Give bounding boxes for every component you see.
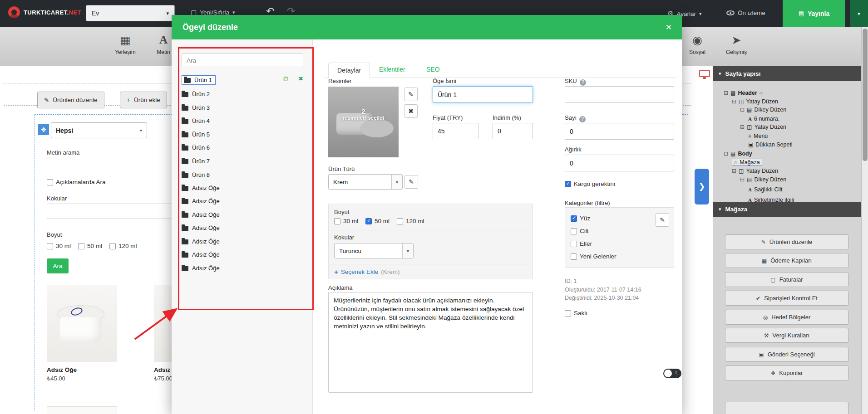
checkbox-icon[interactable] (397, 218, 403, 224)
collapse-icon[interactable]: ⊟ (732, 168, 736, 174)
list-item[interactable]: Ürün 8 (182, 169, 210, 180)
drag-handle[interactable]: ✥ (38, 124, 49, 135)
list-item[interactable]: Ürün 5 (182, 129, 210, 140)
list-item[interactable]: Ürün 3 (182, 102, 210, 113)
collapse-icon[interactable]: ⊟ (740, 124, 745, 130)
option-size-choice[interactable]: 50 ml (365, 218, 390, 224)
store-target-regions-button[interactable]: ◎ Hedef Bölgeler (725, 310, 848, 325)
store-edit-products-button[interactable]: ✎ Ürünleri düzenle (725, 234, 848, 249)
store-invoices-button[interactable]: ▢ Faturalar (725, 272, 848, 287)
list-item[interactable]: Adsız Öğe (182, 195, 220, 206)
size-option[interactable]: 50 ml (78, 243, 102, 249)
checkbox-icon[interactable] (47, 179, 53, 185)
caret-down-icon[interactable]: ▾ (391, 175, 402, 189)
checkbox-icon[interactable] (334, 218, 340, 224)
remove-images-button[interactable]: ✖ (404, 104, 418, 118)
tool-layout[interactable]: ▦ Yerleşim (108, 33, 143, 55)
tree-item-text[interactable]: A Sağlıklı Cilt (748, 185, 782, 194)
dark-mode-toggle[interactable]: ☾ (663, 369, 681, 378)
add-product-button[interactable]: + Ürün ekle (120, 92, 167, 108)
hidden-checkbox[interactable]: Saklı (565, 310, 587, 317)
weight-input[interactable] (565, 155, 674, 171)
list-item[interactable]: Ürün 7 (182, 156, 210, 166)
product-card[interactable]: Adsız Öğe ₺45.00 (47, 285, 117, 382)
category-filter-select[interactable]: Hepsi ▾ (51, 122, 147, 138)
selected-tree-node[interactable]: ⌂ Mağaza (732, 159, 762, 166)
checkbox-icon[interactable] (571, 215, 577, 222)
duplicate-item-icon[interactable]: ⧉ (283, 75, 288, 83)
text-search-input[interactable] (47, 158, 179, 173)
collapse-icon[interactable]: ⊟ (724, 90, 728, 96)
tree-item-vertical-layout[interactable]: ⊟ ▤ Dikey Düzen (740, 105, 786, 114)
option-size-choice[interactable]: 120 ml (397, 218, 424, 224)
delete-item-icon[interactable]: ✖ (298, 75, 303, 82)
category-option[interactable]: Eller (571, 240, 592, 247)
page-structure-header[interactable]: ▾ Sayfa yapısı (713, 66, 861, 81)
tree-item-text[interactable]: A 6 numara. (748, 114, 779, 123)
help-icon[interactable]: ? (580, 79, 586, 86)
selected-item-box[interactable]: Ürün 1 (182, 75, 216, 85)
scent-select[interactable]: Turuncu ▾ (334, 243, 414, 258)
scrollbar-thumb[interactable] (863, 29, 868, 161)
search-button[interactable]: Ara (47, 258, 69, 273)
requires-shipping-checkbox[interactable]: Kargo gerektirir (565, 180, 616, 187)
option-size-choice[interactable]: 30 ml (334, 218, 358, 224)
list-item[interactable]: Adsız Öğe (182, 182, 220, 193)
checkbox-icon[interactable] (571, 228, 577, 234)
product-type-select[interactable]: Krem ▾ (328, 174, 403, 190)
preview-button[interactable]: Ön izleme (726, 10, 765, 16)
checkbox-icon[interactable] (571, 241, 577, 247)
responsive-preview-icon[interactable] (699, 70, 710, 77)
description-textarea[interactable]: Müşterileriniz için faydalı olacak ürün … (328, 292, 533, 393)
checkbox-icon[interactable] (365, 218, 372, 224)
help-icon[interactable]: ? (579, 116, 586, 122)
tool-advanced[interactable]: ➤ Gelişmiş (719, 33, 754, 55)
store-shipping-option-button[interactable]: ▣ Gönderi Seçeneği (725, 347, 848, 362)
tree-item-body[interactable]: ⊟ ▤ Body (724, 149, 752, 158)
tree-item-store-selected[interactable]: ⌂ Mağaza (732, 158, 762, 166)
list-item[interactable]: Adsız Öğe (182, 236, 220, 247)
checkbox-icon[interactable] (78, 243, 84, 249)
page-scrollbar[interactable] (861, 27, 868, 414)
checkbox-icon[interactable] (47, 243, 53, 249)
store-payment-gateways-button[interactable]: ▦ Ödeme Kapıları (725, 253, 848, 268)
collapse-icon[interactable]: ⊟ (732, 99, 736, 104)
tool-social[interactable]: ◉ Sosyal (680, 33, 715, 55)
edit-product-type-button[interactable]: ✎ (404, 175, 418, 189)
list-item[interactable]: Ürün 2 (182, 88, 210, 99)
quantity-input[interactable] (565, 123, 674, 140)
category-option[interactable]: Yüz (571, 215, 590, 222)
close-icon[interactable]: ✕ (666, 23, 672, 32)
category-option[interactable]: Cilt (571, 228, 589, 234)
size-option[interactable]: 30 ml (47, 243, 71, 249)
item-name-input[interactable] (433, 86, 533, 103)
collapse-icon[interactable]: ⊟ (724, 151, 728, 156)
edit-categories-button[interactable]: ✎ (656, 213, 669, 227)
tree-item-vertical-layout[interactable]: ⊟ ▤ Dikey Düzen (740, 175, 786, 184)
size-option[interactable]: 120 ml (109, 243, 137, 249)
product-card[interactable] (47, 406, 117, 414)
list-item[interactable]: Adsız Öğe (182, 263, 220, 273)
store-section-header[interactable]: ▾ Mağaza (713, 202, 861, 217)
checkbox-icon[interactable] (565, 181, 571, 187)
collapse-icon[interactable]: ⊟ (740, 177, 745, 182)
checkbox-icon[interactable] (109, 243, 116, 249)
list-item[interactable]: Adsız Öğe (182, 249, 220, 260)
list-item[interactable]: Adsız Öğe (182, 209, 220, 220)
category-option[interactable]: Yeni Gelenler (571, 253, 616, 260)
publish-button[interactable]: ▤ Yayınla (783, 0, 845, 27)
sidebar-collapse-toggle[interactable]: ❯ (695, 169, 709, 205)
tree-item-horizontal-layout[interactable]: ⊟ ◫ Yatay Düzen (732, 166, 778, 175)
edit-images-button[interactable]: ✎ (404, 88, 418, 101)
tree-item-horizontal-layout[interactable]: ⊟ ◫ Yatay Düzen (732, 97, 778, 106)
item-search-input[interactable] (182, 54, 303, 67)
list-item[interactable]: Ürün 6 (182, 142, 210, 153)
store-coupons-button[interactable]: ❖ Kuponlar (725, 365, 848, 380)
sku-input[interactable] (565, 86, 674, 103)
tree-item-menu[interactable]: ≡ Menü (748, 132, 768, 140)
desc-search-checkbox[interactable]: Açıklamalarda Ara (47, 179, 106, 185)
tree-item-header[interactable]: ⊟ ▤ Header ∞ (724, 88, 763, 97)
tree-item-shop-cart[interactable]: ▣ Dükkan Sepeti (748, 140, 793, 149)
store-tax-rules-button[interactable]: ⚒ Vergi Kuralları (725, 328, 848, 343)
store-check-orders-button[interactable]: ✔ Siparişleri Kontrol Et (725, 291, 848, 306)
